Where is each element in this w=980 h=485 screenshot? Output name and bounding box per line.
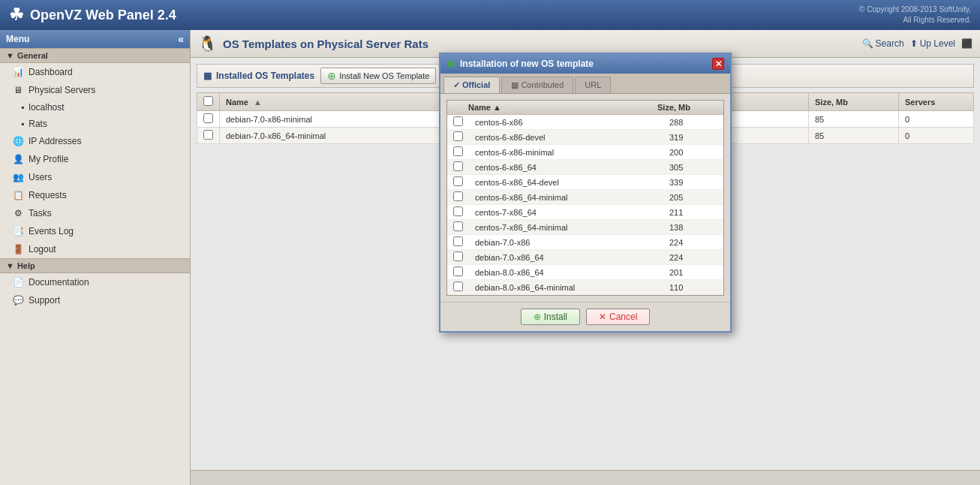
modal-row-name: centos-6-x86-devel — [469, 130, 663, 145]
modal-row-checkbox[interactable] — [453, 176, 463, 186]
modal-header-table: Name ▲ Size, Mb — [447, 101, 723, 115]
sidebar-item-label: Physical Servers — [29, 85, 95, 95]
section-title: ▦ Installed OS Templates — [203, 71, 314, 81]
modal-table-row[interactable]: centos-6-x86_64-minimal 205 — [447, 190, 723, 205]
sidebar-item-tasks[interactable]: ⚙ Tasks — [0, 204, 190, 222]
modal-row-name: centos-6-x86-minimal — [469, 145, 663, 160]
tab-url[interactable]: URL — [575, 77, 611, 93]
col-size-header[interactable]: Size, Mb — [809, 93, 899, 111]
sidebar-item-logout[interactable]: 🚪 Logout — [0, 240, 190, 258]
sidebar-item-label: Requests — [29, 190, 67, 200]
install-new-template-button[interactable]: ⊕ Install New OS Template — [320, 68, 436, 84]
modal-row-size: 319 — [663, 130, 723, 145]
modal-table-scroll[interactable]: centos-6-x86 288 centos-6-x86-devel 319 … — [447, 115, 723, 295]
modal-table-row[interactable]: centos-7-x86_64-minimal 138 — [447, 220, 723, 235]
row-checkbox[interactable] — [203, 130, 213, 140]
modal-col-size[interactable]: Size, Mb — [651, 101, 711, 115]
server-sub-icon2: ▪ — [21, 119, 24, 129]
modal-table-row[interactable]: debian-7.0-x86 224 — [447, 235, 723, 250]
modal-table-row[interactable]: centos-6-x86-devel 319 — [447, 130, 723, 145]
sidebar-item-rats[interactable]: ▪ Rats — [0, 116, 190, 132]
app-title: OpenVZ Web Panel 2.4 — [30, 8, 176, 23]
modal-table-wrapper: Name ▲ Size, Mb — [446, 100, 724, 296]
modal-row-name: centos-6-x86_64-minimal — [469, 190, 663, 205]
modal-row-checkbox[interactable] — [453, 161, 463, 171]
sidebar-item-label: My Profile — [29, 154, 68, 164]
sidebar-item-physical-servers[interactable]: 🖥 Physical Servers — [0, 81, 190, 99]
sidebar-item-dashboard[interactable]: 📊 Dashboard — [0, 63, 190, 81]
select-all-checkbox[interactable] — [203, 96, 213, 106]
modal-row-checkbox[interactable] — [453, 252, 463, 261]
row-checkbox-cell — [197, 128, 220, 144]
sidebar-item-localhost[interactable]: ▪ localhost — [0, 99, 190, 116]
sidebar-item-my-profile[interactable]: 👤 My Profile — [0, 150, 190, 168]
modal-table-row[interactable]: centos-6-x86_64-devel 339 — [447, 175, 723, 190]
tasks-icon: ⚙ — [12, 207, 24, 219]
sidebar-item-requests[interactable]: 📋 Requests — [0, 186, 190, 204]
sidebar-item-documentation[interactable]: 📄 Documentation — [0, 273, 190, 291]
modal-row-checkbox[interactable] — [453, 221, 463, 231]
sidebar-collapse-icon[interactable]: « — [178, 33, 184, 45]
modal-row-checkbox[interactable] — [453, 131, 463, 141]
page-title-text: OS Templates on Physical Server Rats — [223, 38, 428, 50]
modal-table-row[interactable]: centos-6-x86-minimal 200 — [447, 145, 723, 160]
modal-row-checkbox-cell — [447, 265, 469, 280]
modal-close-button[interactable]: ✕ — [712, 58, 724, 70]
modal-table-row[interactable]: debian-8.0-x86_64-minimal 110 — [447, 280, 723, 295]
events-icon: 📑 — [12, 225, 24, 237]
users-icon: 👥 — [12, 171, 24, 183]
modal-row-name: centos-6-x86_64-devel — [469, 175, 663, 190]
modal-table-row[interactable]: debian-8.0-x86_64 201 — [447, 265, 723, 280]
modal-row-checkbox[interactable] — [453, 191, 463, 201]
linux-icon: 🐧 — [198, 35, 217, 53]
app-logo-icon: ☘ — [9, 5, 24, 25]
modal-row-checkbox[interactable] — [453, 146, 463, 156]
tab-contributed-label: ▦ Contributed — [511, 80, 564, 89]
modal-row-name: debian-8.0-x86_64-minimal — [469, 280, 663, 295]
sidebar-item-events-log[interactable]: 📑 Events Log — [0, 222, 190, 240]
sort-arrow-icon: ▲ — [254, 98, 262, 107]
modal-install-button[interactable]: ⊕ Install — [521, 309, 580, 325]
tab-url-label: URL — [585, 80, 601, 89]
sidebar: Menu « ▼ General 📊 Dashboard 🖥 Physical … — [0, 30, 191, 485]
modal-cancel-button[interactable]: ✕ Cancel — [586, 309, 650, 325]
modal-row-checkbox[interactable] — [453, 267, 463, 276]
sidebar-item-label: Rats — [29, 119, 47, 129]
modal-table-row[interactable]: debian-7.0-x86_64 224 — [447, 250, 723, 265]
toolbar-right: 🔍 Search ⬆ Up Level ⬛ — [862, 38, 972, 49]
modal-row-checkbox[interactable] — [453, 206, 463, 216]
row-checkbox[interactable] — [203, 113, 213, 123]
row-servers: 0 — [899, 111, 974, 128]
tab-official[interactable]: ✓ Official — [443, 77, 500, 93]
sidebar-section-general: ▼ General — [0, 48, 190, 63]
sidebar-item-ip-addresses[interactable]: 🌐 IP Addresses — [0, 132, 190, 150]
row-size: 85 — [809, 111, 899, 128]
up-level-icon: ⬆ — [910, 38, 918, 49]
ip-icon: 🌐 — [12, 135, 24, 147]
expand-icon[interactable]: ⬛ — [961, 38, 972, 49]
sidebar-item-support[interactable]: 💬 Support — [0, 291, 190, 309]
modal-table-row[interactable]: centos-7-x86_64 211 — [447, 205, 723, 220]
modal-row-checkbox-cell — [447, 190, 469, 205]
modal-table-row[interactable]: centos-6-x86_64 305 — [447, 160, 723, 175]
search-button[interactable]: 🔍 Search — [862, 38, 904, 49]
sidebar-item-users[interactable]: 👥 Users — [0, 168, 190, 186]
up-level-button[interactable]: ⬆ Up Level — [910, 38, 955, 49]
col-servers-header[interactable]: Servers — [899, 93, 974, 111]
server-icon: 🖥 — [12, 84, 24, 96]
modal-data-table: centos-6-x86 288 centos-6-x86-devel 319 … — [447, 115, 723, 295]
modal-col-name[interactable]: Name ▲ — [462, 101, 651, 115]
modal-row-checkbox[interactable] — [453, 282, 463, 291]
modal-row-size: 201 — [663, 265, 723, 280]
col-size-label: Size, Mb — [815, 98, 848, 107]
modal-row-checkbox[interactable] — [453, 116, 463, 126]
modal-table-row[interactable]: centos-6-x86 288 — [447, 115, 723, 130]
modal-row-checkbox-cell — [447, 160, 469, 175]
modal-row-checkbox-cell — [447, 175, 469, 190]
modal-row-name: centos-6-x86_64 — [469, 160, 663, 175]
modal-green-icon: ⊕ — [446, 58, 455, 70]
modal-row-checkbox[interactable] — [453, 236, 463, 246]
col-checkbox — [197, 93, 220, 111]
modal-title-bar: ⊕ Installation of new OS template ✕ — [440, 58, 730, 74]
tab-contributed[interactable]: ▦ Contributed — [501, 77, 573, 93]
